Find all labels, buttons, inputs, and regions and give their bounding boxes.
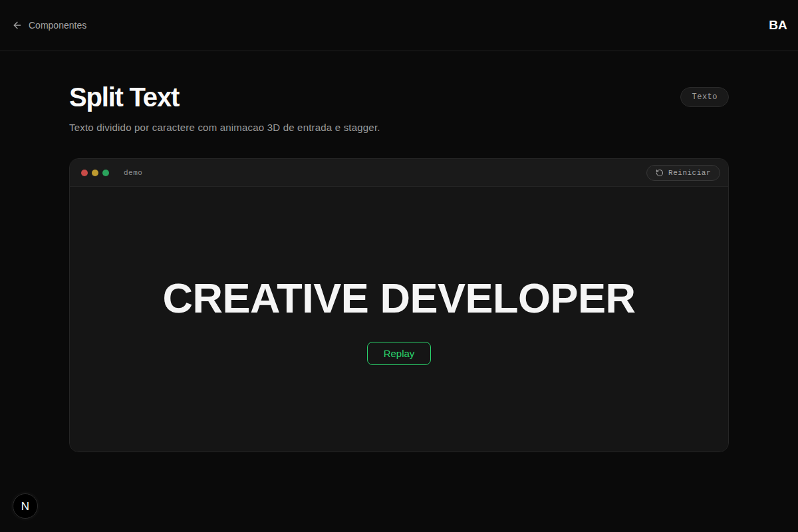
title-row: Split Text Texto (69, 84, 729, 110)
category-badge: Texto (680, 87, 729, 107)
traffic-light-red-icon (81, 170, 88, 176)
restart-button-label: Reiniciar (668, 169, 711, 177)
back-link[interactable]: Componentes (12, 20, 86, 31)
back-link-label: Componentes (29, 20, 86, 31)
rotate-ccw-icon (656, 169, 664, 177)
split-text-hero: CREATIVE DEVELOPER (163, 274, 636, 322)
arrow-left-icon (12, 20, 23, 31)
demo-stage: CREATIVE DEVELOPER Replay (70, 187, 728, 452)
traffic-light-yellow-icon (92, 170, 98, 176)
top-navbar: Componentes BA (0, 0, 798, 51)
site-logo-letter: N (21, 501, 29, 512)
brand-logo[interactable]: BA (769, 18, 787, 33)
page-subtitle: Texto dividido por caractere com animaca… (69, 122, 729, 133)
demo-window-titlebar: demo Reiniciar (70, 159, 728, 187)
page-content: Split Text Texto Texto dividido por cara… (69, 84, 729, 452)
page-title: Split Text (69, 84, 179, 110)
traffic-light-green-icon (102, 170, 109, 176)
replay-button[interactable]: Replay (367, 342, 432, 365)
restart-button[interactable]: Reiniciar (646, 165, 720, 181)
demo-window: demo Reiniciar CREATIVE DEVELOPER Replay (69, 158, 729, 452)
demo-window-title: demo (124, 169, 142, 177)
traffic-lights (81, 170, 109, 176)
site-logo[interactable]: N (13, 493, 38, 519)
